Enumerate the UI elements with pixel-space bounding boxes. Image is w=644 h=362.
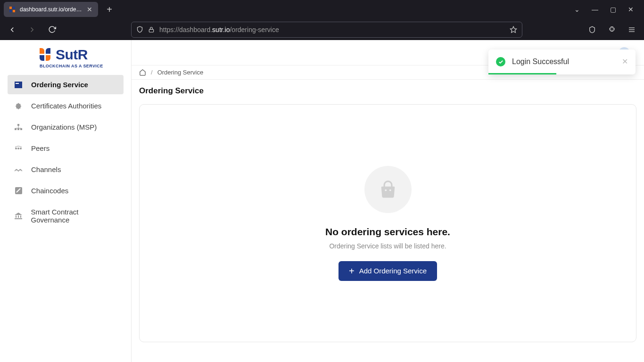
toast-close-icon[interactable]: ✕ bbox=[622, 57, 628, 66]
browser-chrome: dashboard.sutr.io/orderin ✕ + ⌄ — ▢ ✕ bbox=[0, 0, 644, 40]
sidebar-item-governance[interactable]: Smart Contract Governance bbox=[8, 202, 124, 230]
svg-rect-4 bbox=[149, 29, 153, 32]
sidebar-item-label: Smart Contract Governance bbox=[31, 208, 117, 224]
svg-rect-12 bbox=[15, 128, 17, 130]
browser-tab[interactable]: dashboard.sutr.io/orderin ✕ bbox=[4, 2, 98, 17]
back-button[interactable] bbox=[6, 23, 19, 36]
nav-bar: https://dashboard.sutr.io/ordering-servi… bbox=[0, 19, 644, 40]
empty-state-subtitle: Ordering Service lists will be listed he… bbox=[329, 242, 446, 250]
add-button-label: Add Ordering Service bbox=[359, 267, 427, 275]
empty-state-card: No ordering services here. Ordering Serv… bbox=[139, 104, 636, 342]
tab-bar: dashboard.sutr.io/orderin ✕ + ⌄ — ▢ ✕ bbox=[0, 0, 644, 19]
sidebar-item-label: Certificates Authorities bbox=[31, 102, 101, 110]
bookmark-star-icon[interactable] bbox=[510, 26, 517, 33]
org-icon bbox=[14, 124, 23, 131]
sidebar-item-certificates[interactable]: Certificates Authorities bbox=[8, 96, 124, 115]
brand-tagline: BLOCKCHAIN AS A SERVICE bbox=[40, 64, 131, 68]
svg-rect-13 bbox=[17, 128, 19, 130]
svg-rect-3 bbox=[13, 10, 15, 12]
window-controls: ⌄ — ▢ ✕ bbox=[572, 6, 640, 13]
sidebar-nav: Ordering Service Certificates Authoritie… bbox=[0, 75, 131, 230]
peers-icon bbox=[14, 146, 23, 151]
governance-icon bbox=[14, 213, 23, 219]
svg-rect-23 bbox=[16, 215, 17, 218]
sidebar-item-label: Peers bbox=[31, 144, 50, 152]
brand-name: SutR bbox=[56, 47, 88, 63]
sidebar-item-peers[interactable]: Peers bbox=[8, 139, 124, 158]
success-check-icon bbox=[496, 57, 505, 66]
svg-rect-9 bbox=[15, 82, 22, 88]
main-area: / Ordering Service Ordering Service No o… bbox=[132, 40, 644, 362]
empty-bag-icon bbox=[364, 166, 412, 213]
logo-mark-icon bbox=[40, 48, 51, 61]
minimize-icon[interactable]: — bbox=[590, 6, 600, 13]
new-tab-button[interactable]: + bbox=[103, 3, 116, 16]
sidebar-item-label: Ordering Service bbox=[31, 81, 88, 89]
svg-marker-5 bbox=[510, 26, 516, 33]
tab-favicon-icon bbox=[8, 6, 16, 13]
brand-logo[interactable]: SutR BLOCKCHAIN AS A SERVICE bbox=[0, 45, 131, 75]
tab-close-icon[interactable]: ✕ bbox=[86, 6, 93, 13]
sidebar: SutR BLOCKCHAIN AS A SERVICE Ordering Se… bbox=[0, 40, 132, 362]
maximize-icon[interactable]: ▢ bbox=[608, 6, 618, 13]
add-ordering-service-button[interactable]: + Add Ordering Service bbox=[339, 261, 437, 281]
breadcrumb-separator: / bbox=[151, 69, 153, 76]
url-text: https://dashboard.sutr.io/ordering-servi… bbox=[159, 26, 505, 33]
chevron-down-icon[interactable]: ⌄ bbox=[572, 6, 582, 13]
toast-message: Login Successful bbox=[512, 58, 615, 66]
home-icon[interactable] bbox=[139, 69, 146, 76]
sidebar-item-organizations[interactable]: Organizations (MSP) bbox=[8, 117, 124, 137]
page: SutR BLOCKCHAIN AS A SERVICE Ordering Se… bbox=[0, 40, 644, 362]
svg-rect-14 bbox=[20, 128, 22, 130]
channels-icon bbox=[14, 166, 23, 173]
sidebar-item-chaincodes[interactable]: Chaincodes bbox=[8, 181, 124, 200]
certificate-icon bbox=[14, 102, 23, 110]
sidebar-item-label: Chaincodes bbox=[31, 187, 68, 195]
svg-rect-1 bbox=[13, 7, 15, 9]
svg-rect-26 bbox=[15, 218, 22, 219]
reload-button[interactable] bbox=[45, 23, 58, 36]
forward-button[interactable] bbox=[25, 23, 39, 36]
close-window-icon[interactable]: ✕ bbox=[626, 6, 636, 13]
svg-rect-0 bbox=[9, 7, 12, 9]
svg-rect-11 bbox=[17, 124, 19, 126]
extensions-icon[interactable] bbox=[605, 23, 619, 36]
svg-point-20 bbox=[16, 169, 17, 170]
tab-title: dashboard.sutr.io/orderin bbox=[20, 6, 82, 13]
ordering-icon bbox=[14, 82, 23, 88]
content: Ordering Service No ordering services he… bbox=[132, 80, 644, 349]
svg-point-17 bbox=[15, 148, 17, 149]
toast-progress bbox=[488, 73, 636, 74]
sidebar-item-ordering-service[interactable]: Ordering Service bbox=[8, 75, 124, 94]
empty-state-title: No ordering services here. bbox=[325, 226, 450, 238]
sidebar-item-label: Organizations (MSP) bbox=[31, 123, 97, 131]
sidebar-item-channels[interactable]: Channels bbox=[8, 160, 124, 179]
svg-rect-25 bbox=[20, 215, 21, 218]
address-bar[interactable]: https://dashboard.sutr.io/ordering-servi… bbox=[131, 22, 522, 38]
svg-point-19 bbox=[20, 148, 22, 149]
toast-notification: Login Successful ✕ bbox=[488, 49, 636, 74]
svg-point-28 bbox=[389, 189, 391, 191]
pocket-icon[interactable] bbox=[586, 23, 599, 36]
lock-icon bbox=[148, 26, 155, 33]
menu-icon[interactable] bbox=[625, 23, 638, 36]
page-title: Ordering Service bbox=[139, 86, 636, 96]
shield-icon bbox=[136, 26, 143, 33]
svg-point-21 bbox=[20, 169, 21, 170]
svg-point-18 bbox=[17, 148, 19, 149]
breadcrumb-current: Ordering Service bbox=[157, 69, 204, 76]
svg-point-27 bbox=[385, 189, 387, 191]
plus-icon: + bbox=[349, 266, 355, 276]
sidebar-item-label: Channels bbox=[31, 165, 61, 173]
chaincode-icon bbox=[14, 187, 23, 194]
svg-rect-10 bbox=[16, 83, 19, 84]
svg-rect-2 bbox=[9, 10, 12, 12]
svg-rect-24 bbox=[18, 215, 19, 218]
